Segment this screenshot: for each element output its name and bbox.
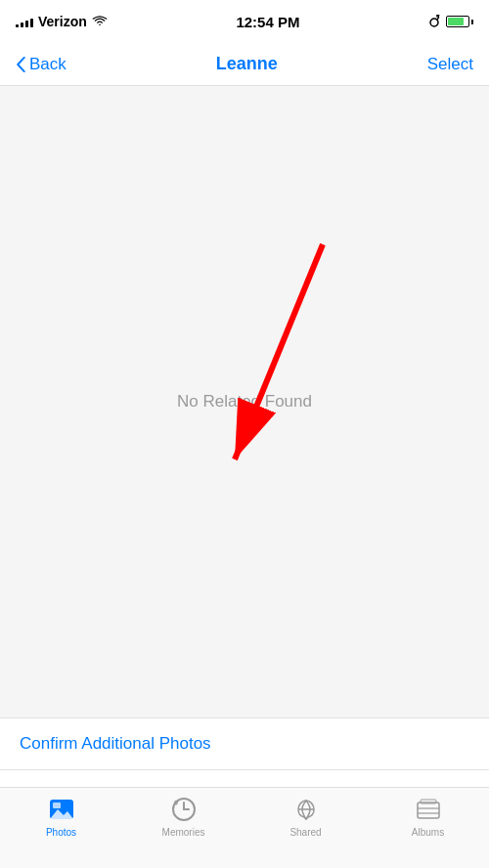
memories-icon <box>170 796 198 823</box>
tab-shared[interactable]: Shared <box>267 796 345 838</box>
tab-albums[interactable]: Albums <box>389 796 467 838</box>
select-button[interactable]: Select <box>427 55 473 74</box>
empty-state: No Related Found <box>0 86 489 717</box>
svg-rect-8 <box>418 803 439 818</box>
carrier-label: Verizon <box>38 14 87 29</box>
status-left: Verizon <box>16 14 108 29</box>
chevron-left-icon <box>16 57 25 72</box>
shared-icon <box>292 796 320 823</box>
status-right <box>428 15 473 28</box>
main-layout: No Related Found Confirm Additional Phot… <box>0 86 489 868</box>
content-area: No Related Found Confirm Additional Phot… <box>0 86 489 868</box>
back-button[interactable]: Back <box>16 55 67 74</box>
wifi-icon <box>92 16 108 27</box>
empty-message: No Related Found <box>177 392 312 412</box>
tab-memories-label: Memories <box>162 827 205 838</box>
nav-bar: Back Leanne Select <box>0 43 489 86</box>
tab-shared-label: Shared <box>289 827 321 838</box>
tab-albums-label: Albums <box>412 827 444 838</box>
tab-memories[interactable]: Memories <box>145 796 223 838</box>
status-time: 12:54 PM <box>236 14 299 30</box>
tab-photos-label: Photos <box>46 827 76 838</box>
confirm-additional-photos[interactable]: Confirm Additional Photos <box>0 718 489 770</box>
rotation-lock-icon <box>428 15 440 28</box>
status-bar: Verizon 12:54 PM <box>0 0 489 43</box>
nav-title: Leanne <box>216 54 278 74</box>
back-label: Back <box>29 55 67 74</box>
signal-bars <box>16 16 33 27</box>
albums-icon <box>415 796 442 823</box>
tab-bar: Photos Memories Shared <box>0 787 489 868</box>
battery <box>446 16 473 27</box>
svg-rect-4 <box>53 803 61 808</box>
photos-icon <box>48 796 75 823</box>
tab-photos[interactable]: Photos <box>22 796 101 838</box>
